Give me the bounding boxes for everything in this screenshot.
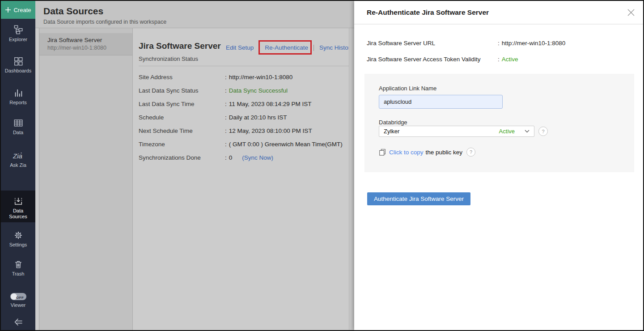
copy-icon[interactable] <box>379 149 386 156</box>
detail-actions: Edit Setup Re-Authenticate Sync History <box>226 44 359 51</box>
create-label: Create <box>13 7 31 13</box>
row-label: Synchronizations Done <box>139 154 225 161</box>
list-item-name: Jira Software Server <box>47 37 128 43</box>
re-authenticate-link[interactable]: Re-Authenticate <box>259 44 314 51</box>
sidebar: Create Explorer Dashboards Reports <box>1 1 35 330</box>
explorer-icon <box>13 24 23 35</box>
row-label: Last Data Sync Status <box>139 87 225 94</box>
databridge-selected-value: Zylker <box>384 128 499 135</box>
public-key-label: the public key <box>426 149 463 156</box>
sidebar-item-explorer[interactable]: Explorer <box>1 24 35 42</box>
row-value: 12 May, 2023 08:10:00 PM IST <box>229 127 312 134</box>
sidebar-item-label: Data <box>13 130 23 135</box>
status-row: Last Data Sync Time : 11 May, 2023 08:14… <box>139 97 349 110</box>
page-header: Data Sources Data Source imports configu… <box>35 1 354 28</box>
row-colon: : <box>225 87 227 94</box>
viewer-toggle-item[interactable]: OFF Viewer <box>1 293 35 308</box>
info-label: Jira Software Server URL <box>367 40 498 47</box>
sidebar-item-reports[interactable]: Reports <box>1 88 35 106</box>
status-row: Timezone : ( GMT 0:00 ) Greenwich Mean T… <box>139 137 349 151</box>
click-to-copy-link[interactable]: Click to copy <box>389 149 424 156</box>
status-row: Last Data Sync Status : Data Sync Succes… <box>139 84 349 97</box>
sidebar-item-settings[interactable]: Settings <box>1 230 35 248</box>
data-source-details: Jira Software Server Edit Setup Re-Authe… <box>133 28 349 330</box>
sidebar-item-dashboards[interactable]: Dashboards <box>1 56 35 74</box>
svg-text:Zia: Zia <box>13 152 22 160</box>
sidebar-item-label: Explorer <box>9 37 27 42</box>
edit-setup-link[interactable]: Edit Setup <box>226 44 259 51</box>
row-colon: : <box>225 114 227 121</box>
section-divider <box>139 66 349 66</box>
re-authenticate-panel: Re-Authenticate Jira Software Server Jir… <box>354 1 643 330</box>
databridge-select[interactable]: Zylker Active <box>379 126 534 137</box>
plus-icon <box>5 7 11 13</box>
status-row: Synchronizations Done : 0 (Sync Now) <box>139 151 349 164</box>
info-label: Jira Software Server Access Token Validi… <box>367 56 498 63</box>
row-value: 0 <box>229 154 233 161</box>
panel-header: Re-Authenticate Jira Software Server <box>354 1 643 25</box>
gear-icon <box>13 230 23 240</box>
main-content: Data Sources Data Source imports configu… <box>35 1 354 330</box>
status-row: Schedule : Daily at 20:10 hrs IST <box>139 110 349 124</box>
main-scrollbar[interactable] <box>349 28 354 330</box>
page-title: Data Sources <box>43 6 103 17</box>
reports-icon <box>13 88 23 98</box>
info-row: Jira Software Server URL : http://mer-wi… <box>367 35 634 51</box>
sidebar-item-trash[interactable]: Trash <box>1 259 35 277</box>
row-label: Next Schedule Time <box>139 127 225 134</box>
close-icon[interactable] <box>626 8 636 17</box>
row-label: Timezone <box>139 141 225 148</box>
row-label: Schedule <box>139 114 225 121</box>
public-key-row: Click to copy the public key ? <box>379 148 475 157</box>
databridge-label: Databridge <box>379 119 407 126</box>
status-row: Site Address : http://mer-win10-1:8080 <box>139 70 349 84</box>
detail-title: Jira Software Server <box>139 41 221 51</box>
row-colon: : <box>225 74 227 81</box>
dashboards-icon <box>13 56 23 66</box>
trash-icon <box>13 259 23 269</box>
list-item-url: http://mer-win10-1:8080 <box>47 45 128 51</box>
data-table-icon <box>13 118 23 128</box>
create-button[interactable]: Create <box>1 1 35 19</box>
row-value-success: Data Sync Successful <box>229 87 288 94</box>
databridge-status: Active <box>499 128 515 135</box>
row-value: http://mer-win10-1:8080 <box>229 74 293 81</box>
sidebar-item-label: Trash <box>12 271 25 276</box>
sync-status-section-title: Synchronization Status <box>139 55 198 62</box>
application-link-name-input[interactable] <box>379 95 503 109</box>
panel-title: Re-Authenticate Jira Software Server <box>367 8 489 17</box>
sidebar-collapse-button[interactable] <box>1 318 35 328</box>
sidebar-item-label: Reports <box>9 100 27 105</box>
row-value: ( GMT 0:00 ) Greenwich Mean Time(GMT) <box>229 141 343 148</box>
sidebar-item-label-line2: Sources <box>9 214 27 219</box>
sidebar-item-ask-zia[interactable]: Zia Ask Zia <box>1 151 35 168</box>
row-label: Site Address <box>139 74 225 81</box>
sync-status-rows: Site Address : http://mer-win10-1:8080 L… <box>139 70 349 164</box>
row-colon: : <box>225 101 227 107</box>
re-authenticate-form: Application Link Name Databridge Zylker … <box>364 74 634 172</box>
sidebar-item-data-sources[interactable]: Data Sources <box>1 191 35 222</box>
info-value-success: Active <box>502 56 518 63</box>
sidebar-item-label: Settings <box>9 242 27 247</box>
sidebar-item-data[interactable]: Data <box>1 118 35 136</box>
viewer-toggle[interactable]: OFF <box>10 293 26 300</box>
info-row: Jira Software Server Access Token Validi… <box>367 51 634 67</box>
info-value: http://mer-win10-1:8080 <box>502 40 566 47</box>
data-source-list: Jira Software Server http://mer-win10-1:… <box>39 28 133 330</box>
data-sources-import-icon <box>13 196 23 206</box>
page-subtitle: Data Source imports configured in this w… <box>43 19 166 25</box>
info-colon: : <box>498 56 500 63</box>
row-colon: : <box>225 127 227 134</box>
public-key-help-icon[interactable]: ? <box>466 148 475 157</box>
app-window: Create Explorer Dashboards Reports <box>0 0 644 331</box>
toggle-state-label: OFF <box>16 295 24 301</box>
collapse-arrow-icon <box>13 318 24 327</box>
databridge-help-icon[interactable]: ? <box>538 127 548 136</box>
sidebar-item-label: Dashboards <box>5 68 31 73</box>
list-item-jira-software-server[interactable]: Jira Software Server http://mer-win10-1:… <box>39 33 132 55</box>
sync-now-link[interactable]: (Sync Now) <box>242 154 273 161</box>
row-colon: : <box>225 154 227 161</box>
authenticate-button[interactable]: Authenticate Jira Software Server <box>367 192 470 205</box>
info-colon: : <box>498 40 500 47</box>
row-value: Daily at 20:10 hrs IST <box>229 114 287 121</box>
